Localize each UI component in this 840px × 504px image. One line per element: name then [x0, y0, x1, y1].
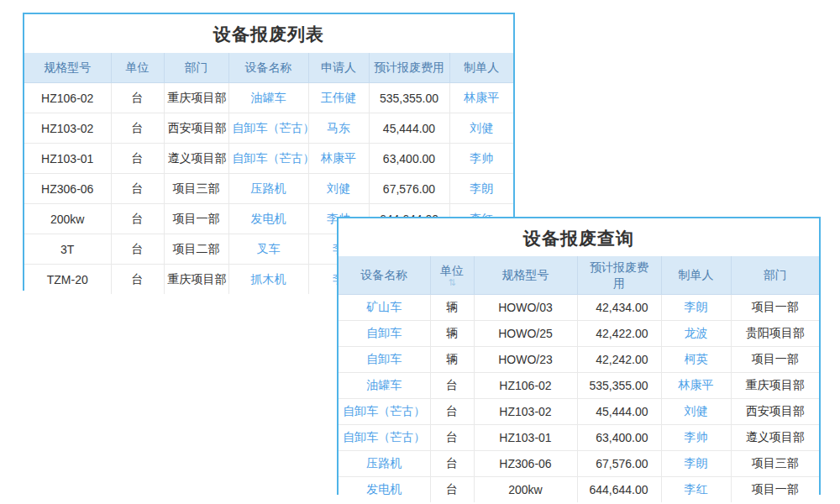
col-header-department[interactable]: 部门	[164, 53, 228, 83]
estimated-cost-cell: 45,444.00	[369, 113, 449, 144]
table-row: HZ103-01台遵义项目部自卸车（芒古）林康平63,400.00李帅	[24, 144, 513, 174]
device-name-cell[interactable]: 叉车	[228, 234, 308, 265]
device-name-cell[interactable]: 抓木机	[228, 265, 308, 295]
preparer-cell[interactable]: 柯英	[661, 347, 731, 373]
spec-model-cell: HZ103-01	[24, 144, 111, 174]
unit-cell: 台	[430, 451, 474, 477]
department-cell: 项目一部	[731, 347, 819, 373]
preparer-cell[interactable]: 林康平	[449, 83, 513, 113]
col-header-preparer[interactable]: 制单人	[449, 53, 513, 83]
device-name-cell[interactable]: 油罐车	[339, 373, 430, 399]
col-header-preparer[interactable]: 制单人	[661, 256, 731, 295]
department-cell: 项目三部	[164, 174, 228, 204]
department-cell: 项目一部	[731, 295, 819, 321]
estimated-cost-cell: 644,644.00	[577, 477, 661, 503]
spec-model-cell: HOWO/03	[474, 295, 577, 321]
department-cell: 遵义项目部	[164, 144, 228, 174]
preparer-cell[interactable]: 李朗	[661, 451, 731, 477]
department-cell: 项目三部	[731, 451, 819, 477]
device-name-cell[interactable]: 压路机	[339, 451, 430, 477]
device-name-cell[interactable]: 自卸车（芒古）	[339, 399, 430, 425]
preparer-cell[interactable]: 刘健	[661, 399, 731, 425]
col-header-unit[interactable]: 单位	[111, 53, 164, 83]
preparer-cell[interactable]: 李帅	[449, 144, 513, 174]
preparer-cell[interactable]: 李朗	[661, 295, 731, 321]
spec-model-cell: HOWO/23	[474, 347, 577, 373]
spec-model-cell: HZ103-02	[24, 113, 111, 144]
department-cell: 西安项目部	[164, 113, 228, 144]
preparer-cell[interactable]: 李帅	[661, 425, 731, 451]
spec-model-cell: HOWO/25	[474, 321, 577, 347]
device-name-cell[interactable]: 自卸车	[339, 321, 430, 347]
col-header-device-name[interactable]: 设备名称	[339, 256, 430, 295]
department-cell: 重庆项目部	[731, 373, 819, 399]
spec-model-cell: HZ106-02	[24, 83, 111, 113]
unit-cell: 台	[430, 399, 474, 425]
device-name-cell[interactable]: 自卸车	[339, 347, 430, 373]
scrap-query-body: 矿山车辆HOWO/0342,434.00李朗项目一部自卸车辆HOWO/2542,…	[339, 295, 819, 503]
applicant-cell[interactable]: 刘健	[308, 174, 369, 204]
scrap-list-title: 设备报废列表	[24, 14, 513, 53]
device-name-cell[interactable]: 自卸车（芒古）	[228, 113, 308, 144]
preparer-cell[interactable]: 林康平	[661, 373, 731, 399]
device-name-cell[interactable]: 发电机	[339, 477, 430, 503]
col-header-estimated-cost[interactable]: 预计报废费用	[577, 256, 661, 295]
department-cell: 遵义项目部	[731, 425, 819, 451]
preparer-cell[interactable]: 李红	[661, 477, 731, 503]
unit-cell: 台	[111, 234, 164, 265]
table-row: HZ103-02台西安项目部自卸车（芒古）马东45,444.00刘健	[24, 113, 513, 144]
sort-icon[interactable]: ⇅	[434, 277, 470, 287]
estimated-cost-cell: 42,434.00	[577, 295, 661, 321]
device-name-cell[interactable]: 压路机	[228, 174, 308, 204]
device-name-cell[interactable]: 自卸车（芒古）	[339, 425, 430, 451]
device-name-cell[interactable]: 发电机	[228, 204, 308, 234]
department-cell: 重庆项目部	[164, 83, 228, 113]
department-cell: 项目二部	[164, 234, 228, 265]
col-header-applicant[interactable]: 申请人	[308, 53, 369, 83]
preparer-cell[interactable]: 刘健	[449, 113, 513, 144]
estimated-cost-cell: 42,422.00	[577, 321, 661, 347]
device-name-cell[interactable]: 油罐车	[228, 83, 308, 113]
department-cell: 重庆项目部	[164, 265, 228, 295]
col-header-spec-model[interactable]: 规格型号	[24, 53, 111, 83]
unit-cell: 台	[430, 425, 474, 451]
estimated-cost-cell: 63,400.00	[577, 425, 661, 451]
preparer-cell[interactable]: 李朗	[449, 174, 513, 204]
estimated-cost-cell: 67,576.00	[577, 451, 661, 477]
col-header-spec-model[interactable]: 规格型号	[474, 256, 577, 295]
col-header-unit-sortable[interactable]: 单位 ⇅	[430, 256, 474, 295]
scrap-query-table: 设备名称 单位 ⇅ 规格型号 预计报废费用 制单人 部门 矿山车辆HOWO/03…	[339, 256, 819, 502]
unit-cell: 台	[111, 265, 164, 295]
table-row: 油罐车台HZ106-02535,355.00林康平重庆项目部	[339, 373, 819, 399]
unit-cell: 辆	[430, 321, 474, 347]
scrap-list-header: 规格型号 单位 部门 设备名称 申请人 预计报废费用 制单人	[24, 53, 513, 83]
scrap-query-header: 设备名称 单位 ⇅ 规格型号 预计报废费用 制单人 部门	[339, 256, 819, 295]
table-row: HZ106-02台重庆项目部油罐车王伟健535,355.00林康平	[24, 83, 513, 113]
department-cell: 项目一部	[164, 204, 228, 234]
spec-model-cell: HZ103-02	[474, 399, 577, 425]
department-cell: 贵阳项目部	[731, 321, 819, 347]
device-name-cell[interactable]: 矿山车	[339, 295, 430, 321]
spec-model-cell: HZ306-06	[24, 174, 111, 204]
device-name-cell[interactable]: 自卸车（芒古）	[228, 144, 308, 174]
applicant-cell[interactable]: 林康平	[308, 144, 369, 174]
col-header-device-name[interactable]: 设备名称	[228, 53, 308, 83]
department-cell: 西安项目部	[731, 399, 819, 425]
spec-model-cell: TZM-20	[24, 265, 111, 295]
applicant-cell[interactable]: 马东	[308, 113, 369, 144]
table-row: 发电机台200kw644,644.00李红项目一部	[339, 477, 819, 503]
col-header-department[interactable]: 部门	[731, 256, 819, 295]
applicant-cell[interactable]: 王伟健	[308, 83, 369, 113]
col-header-unit-label: 单位	[434, 264, 470, 277]
unit-cell: 台	[111, 144, 164, 174]
unit-cell: 台	[430, 477, 474, 503]
col-header-estimated-cost[interactable]: 预计报废费用	[369, 53, 449, 83]
spec-model-cell: HZ106-02	[474, 373, 577, 399]
table-row: HZ306-06台项目三部压路机刘健67,576.00李朗	[24, 174, 513, 204]
preparer-cell[interactable]: 龙波	[661, 321, 731, 347]
estimated-cost-cell: 67,576.00	[369, 174, 449, 204]
spec-model-cell: 200kw	[24, 204, 111, 234]
unit-cell: 台	[111, 204, 164, 234]
unit-cell: 台	[430, 373, 474, 399]
department-cell: 项目一部	[731, 477, 819, 503]
